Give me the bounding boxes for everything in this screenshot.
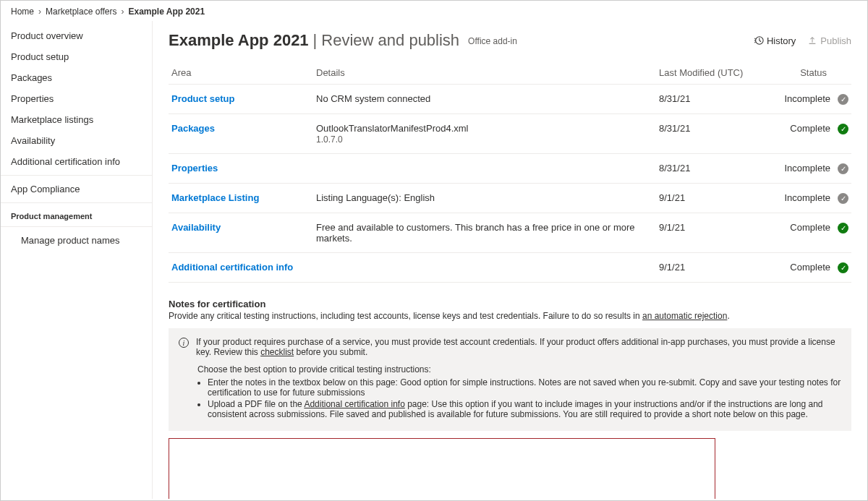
bullet-item: Enter the notes in the textbox below on …: [208, 377, 841, 398]
details-cell: [313, 253, 656, 283]
details-cell: OutlookTranslatorManifestProd4.xml1.0.7.…: [313, 114, 656, 154]
check-icon: ✓: [838, 262, 848, 273]
review-table: Area Details Last Modified (UTC) Status …: [169, 63, 851, 283]
sidebar-item-properties[interactable]: Properties: [1, 88, 152, 109]
sidebar: Product overview Product setup Packages …: [1, 21, 153, 499]
divider: [1, 175, 152, 176]
status-cell: Incomplete✓: [765, 85, 851, 114]
status-cell: Complete✓: [765, 253, 851, 283]
breadcrumb: Home › Marketplace offers › Example App …: [1, 1, 867, 21]
cert-info-link[interactable]: Additional certification info: [304, 399, 404, 409]
sidebar-item-overview[interactable]: Product overview: [1, 25, 152, 46]
col-lastmod: Last Modified (UTC): [656, 63, 765, 85]
table-row: Marketplace ListingListing Language(s): …: [169, 184, 851, 213]
status-cell: Incomplete✓: [765, 154, 851, 184]
history-button[interactable]: History: [754, 35, 796, 46]
info-box: i If your product requires purchase of a…: [169, 328, 851, 431]
area-link[interactable]: Marketplace Listing: [171, 192, 259, 203]
col-details: Details: [313, 63, 656, 85]
breadcrumb-item[interactable]: Home: [11, 7, 34, 17]
lastmod-cell: 9/1/21: [656, 253, 765, 283]
area-link[interactable]: Properties: [171, 163, 218, 174]
area-link[interactable]: Product setup: [171, 93, 234, 104]
title-separator: |: [313, 31, 318, 50]
status-cell: Incomplete✓: [765, 184, 851, 213]
breadcrumb-current: Example App 2021: [129, 7, 205, 17]
lastmod-cell: 9/1/21: [656, 184, 765, 213]
incomplete-icon: ✓: [838, 193, 848, 204]
details-cell: Listing Language(s): English: [313, 184, 656, 213]
area-link[interactable]: Availability: [171, 222, 221, 233]
incomplete-icon: ✓: [838, 94, 848, 105]
main-content: Example App 2021 | Review and publish Of…: [153, 21, 867, 499]
details-cell: [313, 154, 656, 184]
lastmod-cell: 8/31/21: [656, 114, 765, 154]
status-cell: Complete✓: [765, 114, 851, 154]
publish-icon: [807, 35, 817, 46]
sidebar-item-availability[interactable]: Availability: [1, 130, 152, 151]
publish-action: Publish: [807, 35, 851, 46]
sidebar-item-manage-names[interactable]: Manage product names: [1, 230, 152, 251]
col-area: Area: [169, 63, 313, 85]
divider: [1, 202, 152, 203]
divider: [1, 226, 152, 227]
lastmod-cell: 9/1/21: [656, 213, 765, 253]
breadcrumb-item[interactable]: Marketplace offers: [46, 7, 117, 17]
check-icon: ✓: [838, 223, 848, 234]
checklist-link[interactable]: checklist: [260, 347, 294, 357]
notes-desc: Provide any critical testing instruction…: [169, 311, 851, 321]
table-row: Product setupNo CRM system connected8/31…: [169, 85, 851, 114]
area-link[interactable]: Additional certification info: [171, 262, 293, 273]
area-link[interactable]: Packages: [171, 123, 215, 134]
page-title: Review and publish: [321, 31, 459, 50]
lastmod-cell: 8/31/21: [656, 154, 765, 184]
history-label: History: [767, 35, 796, 46]
sidebar-item-certinfo[interactable]: Additional certification info: [1, 151, 152, 172]
col-status: Status: [765, 63, 851, 85]
bullet-item: Upload a PDF file on the Additional cert…: [208, 399, 841, 419]
table-row: PackagesOutlookTranslatorManifestProd4.x…: [169, 114, 851, 154]
status-cell: Complete✓: [765, 213, 851, 253]
chevron-right-icon: ›: [122, 7, 124, 17]
page-app-name: Example App 2021: [169, 31, 309, 50]
choose-text: Choose the best option to provide critic…: [179, 364, 841, 374]
lastmod-cell: 8/31/21: [656, 85, 765, 114]
details-cell: Free and available to customers. This br…: [313, 213, 656, 253]
history-icon: [754, 35, 764, 46]
auto-rejection-link[interactable]: an automatic rejection: [642, 311, 727, 321]
sidebar-header-pm: Product management: [1, 206, 152, 223]
incomplete-icon: ✓: [838, 163, 848, 174]
table-row: Additional certification info9/1/21Compl…: [169, 253, 851, 283]
sidebar-item-packages[interactable]: Packages: [1, 67, 152, 88]
notes-title: Notes for certification: [169, 299, 851, 309]
offer-type-tag: Office add-in: [468, 36, 517, 46]
details-cell: No CRM system connected: [313, 85, 656, 114]
chevron-right-icon: ›: [38, 7, 41, 17]
table-row: AvailabilityFree and available to custom…: [169, 213, 851, 253]
check-icon: ✓: [838, 124, 848, 134]
info-icon: i: [179, 338, 189, 348]
sidebar-item-setup[interactable]: Product setup: [1, 46, 152, 67]
sidebar-item-listings[interactable]: Marketplace listings: [1, 109, 152, 130]
sidebar-item-compliance[interactable]: App Compliance: [1, 179, 152, 200]
notes-textarea[interactable]: [169, 438, 715, 499]
publish-label: Publish: [820, 35, 851, 46]
table-row: Properties8/31/21Incomplete✓: [169, 154, 851, 184]
